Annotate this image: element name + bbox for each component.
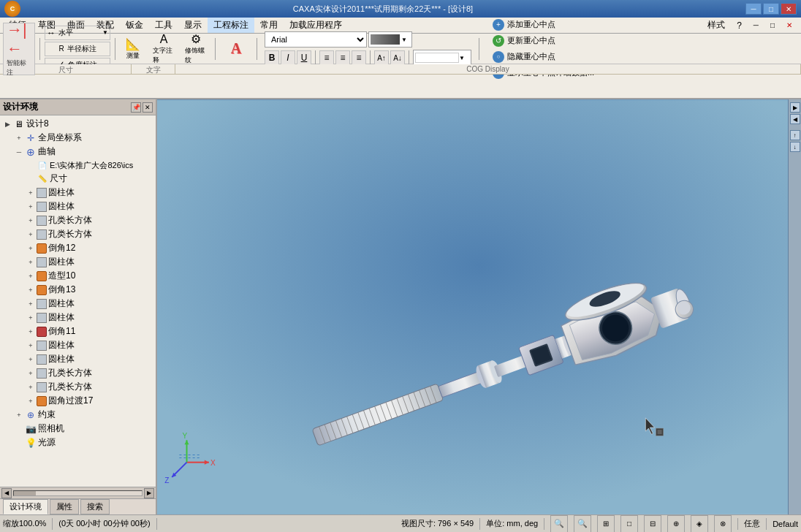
- radius-label: 半径标注: [67, 44, 96, 54]
- view-btn5[interactable]: ◈: [691, 515, 708, 533]
- expand-cyl7[interactable]: +: [25, 356, 37, 363]
- expand-ch12[interactable]: +: [25, 245, 37, 252]
- horizontal-dim-button[interactable]: ↔ 水平 ▼: [45, 26, 110, 40]
- title-bar-title: CAXA实体设计2011***试用期剩余22天*** - [设计8]: [20, 4, 745, 15]
- sidebar-close-button[interactable]: ✕: [143, 102, 153, 113]
- view-btn2[interactable]: □: [620, 515, 638, 533]
- underline-button[interactable]: U: [297, 50, 311, 65]
- horiz-dropdown[interactable]: ▼: [102, 29, 108, 36]
- tree-item-cylinder1[interactable]: + 圆柱体: [0, 186, 156, 200]
- menu-win-min[interactable]: ─: [748, 20, 764, 31]
- align-center-button[interactable]: ≡: [335, 50, 350, 65]
- tree-item-quzhou[interactable]: ─ ⊕ 曲轴: [0, 145, 156, 159]
- tree-item-design8[interactable]: ▶ 🖥 设计8: [0, 117, 156, 131]
- text-up-button[interactable]: A↑: [374, 50, 389, 65]
- tab-properties[interactable]: 属性: [50, 499, 79, 514]
- expand-cyl5[interactable]: +: [25, 314, 37, 322]
- expand-box2[interactable]: +: [25, 231, 37, 238]
- expand-ch13[interactable]: +: [25, 286, 37, 294]
- add-cog-button[interactable]: + 添加重心中点: [490, 18, 597, 31]
- tree-item-cylinder6[interactable]: + 圆柱体: [0, 338, 156, 352]
- zoom-out-button[interactable]: 🔍: [574, 515, 591, 533]
- viewport[interactable]: X Y Z: [157, 99, 801, 514]
- tree-item-cylinder5[interactable]: + 圆柱体: [0, 311, 156, 324]
- rv-btn2[interactable]: ◀: [790, 114, 800, 124]
- text-bg-color[interactable]: ▼: [413, 50, 471, 66]
- expand-box1[interactable]: +: [25, 217, 37, 224]
- expand-ch11[interactable]: +: [25, 328, 37, 335]
- menu-win-close[interactable]: ✕: [781, 20, 798, 31]
- tree-item-camera[interactable]: + 📷 照相机: [0, 422, 156, 436]
- expand-constraint[interactable]: +: [13, 411, 25, 419]
- expand-cyl1[interactable]: +: [25, 189, 37, 197]
- icon-box4: [37, 382, 47, 392]
- font-name-select[interactable]: Arial: [265, 31, 367, 48]
- tree-item-cylinder3[interactable]: + 圆柱体: [0, 255, 156, 269]
- hide-cog-button[interactable]: ○ 隐藏重心中点: [490, 50, 597, 64]
- tree-item-box1[interactable]: + 孔类长方体: [0, 213, 156, 227]
- status-sep6: [766, 518, 767, 530]
- svg-text:Y: Y: [182, 432, 187, 440]
- tree-item-fillet17[interactable]: + 圆角过渡17: [0, 394, 156, 408]
- tree-item-box3[interactable]: + 孔类长方体: [0, 366, 156, 380]
- tree-item-box2[interactable]: + 孔类长方体: [0, 227, 156, 241]
- font-color-select[interactable]: ▼: [368, 31, 412, 48]
- italic-button[interactable]: I: [281, 50, 295, 65]
- sep1: [39, 38, 40, 60]
- hscroll-track[interactable]: [13, 490, 143, 496]
- maximize-button[interactable]: □: [763, 3, 779, 15]
- expand-box3[interactable]: +: [25, 370, 37, 377]
- expand-coord[interactable]: +: [13, 134, 25, 142]
- hscroll-right-button[interactable]: ▶: [144, 488, 154, 498]
- tree-item-light[interactable]: + 💡 光源: [0, 436, 156, 449]
- tree-item-chamfer12[interactable]: + 倒角12: [0, 241, 156, 255]
- view-btn1[interactable]: ⊞: [597, 515, 615, 533]
- sidebar-pin-button[interactable]: 📌: [131, 102, 141, 113]
- close-button[interactable]: ✕: [781, 3, 797, 15]
- tree-item-shape10[interactable]: + 造型10: [0, 269, 156, 283]
- expand-fi17[interactable]: +: [25, 398, 37, 405]
- expand-cyl4[interactable]: +: [25, 300, 37, 308]
- hscroll-left-button[interactable]: ◀: [1, 488, 12, 498]
- align-left-button[interactable]: ≡: [319, 50, 334, 65]
- tree-item-chicun[interactable]: + 📏 尺寸: [0, 172, 156, 186]
- expand-cyl2[interactable]: +: [25, 203, 37, 210]
- expand-cyl3[interactable]: +: [25, 259, 37, 266]
- smart-dim-button[interactable]: →|← 智能标注: [3, 23, 35, 75]
- expand-sh10[interactable]: +: [25, 273, 37, 280]
- tree-item-cylinder4[interactable]: + 圆柱体: [0, 297, 156, 311]
- menu-yangshi[interactable]: 样式: [702, 18, 731, 33]
- zoom-in-button[interactable]: 🔍: [550, 515, 568, 533]
- expand-box4[interactable]: +: [25, 384, 37, 391]
- view-btn3[interactable]: ⊟: [644, 515, 661, 533]
- tree-item-constraint[interactable]: + ⊕ 约束: [0, 408, 156, 422]
- bold-button[interactable]: B: [265, 50, 279, 65]
- tree-item-file[interactable]: + 📄 E:\实体推广大会826\ics: [0, 159, 156, 172]
- hscroll-thumb[interactable]: [14, 491, 36, 495]
- rv-btn1[interactable]: ▶: [790, 102, 800, 113]
- menu-help[interactable]: ?: [731, 19, 748, 32]
- expand-cyl6[interactable]: +: [25, 342, 37, 349]
- align-right-button[interactable]: ≡: [352, 50, 366, 65]
- tree-item-box4[interactable]: + 孔类长方体: [0, 380, 156, 394]
- tree-item-chamfer11[interactable]: + 倒角11: [0, 324, 156, 338]
- expand-design8[interactable]: ▶: [1, 121, 13, 128]
- tab-search[interactable]: 搜索: [80, 499, 110, 514]
- expand-quzhou[interactable]: ─: [13, 148, 25, 156]
- view-btn4[interactable]: ⊕: [667, 515, 685, 533]
- tree-item-chamfer13[interactable]: + 倒角13: [0, 283, 156, 297]
- tree-item-coord[interactable]: + ✛ 全局坐标系: [0, 131, 156, 145]
- menu-win-max[interactable]: □: [764, 20, 781, 31]
- rv-btn4[interactable]: ↓: [790, 142, 800, 152]
- tree-item-cylinder2[interactable]: + 圆柱体: [0, 200, 156, 213]
- text-down-button[interactable]: A↓: [390, 50, 405, 65]
- minimize-button[interactable]: ─: [745, 3, 762, 15]
- view-btn6[interactable]: ⊗: [714, 515, 732, 533]
- radius-dim-button[interactable]: R 半径标注: [45, 42, 110, 56]
- status-sep2: [156, 518, 157, 530]
- rv-btn3[interactable]: ↑: [790, 130, 800, 140]
- tab-design-env[interactable]: 设计环境: [3, 499, 48, 514]
- icon-cyl3: [37, 257, 47, 267]
- update-cog-button[interactable]: ↺ 更新重心中点: [490, 34, 597, 48]
- tree-item-cylinder7[interactable]: + 圆柱体: [0, 352, 156, 366]
